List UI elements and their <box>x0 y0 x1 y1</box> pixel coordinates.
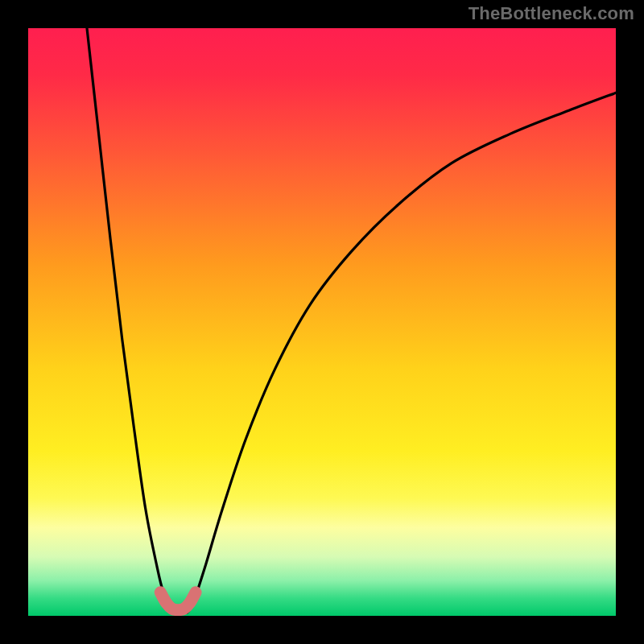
plot-area <box>28 28 616 616</box>
curve-layer <box>28 28 616 616</box>
left-curve <box>87 28 181 613</box>
attribution-text: TheBottleneck.com <box>469 3 634 24</box>
chart-frame: TheBottleneck.com <box>0 0 644 644</box>
bottom-marker <box>160 592 196 610</box>
right-curve <box>187 93 616 613</box>
